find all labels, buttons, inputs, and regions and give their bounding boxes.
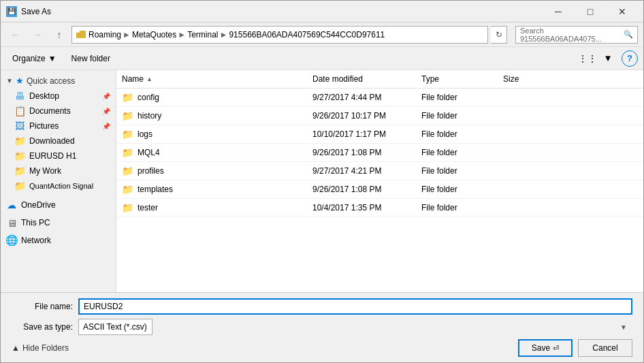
up-button[interactable]: ↑ — [50, 25, 69, 44]
onedrive-icon: ☁ — [6, 200, 17, 210]
quick-access-header[interactable]: ▼ ★ Quick access — [1, 73, 116, 89]
window-controls: ─ □ ✕ — [543, 1, 638, 22]
title-bar: 💾 Save As ─ □ ✕ — [1, 1, 643, 22]
sidebar-item-label: My Work — [29, 166, 110, 176]
file-row-size — [498, 132, 552, 136]
folder-icon: 📁 — [122, 110, 133, 121]
new-folder-button[interactable]: New folder — [65, 50, 116, 67]
network-icon: 🌐 — [6, 235, 17, 246]
sidebar-item-eurusd[interactable]: 📁 EURUSD H1 — [1, 148, 116, 163]
file-rows-container: 📁 config 9/27/2017 4:44 PM File folder 📁… — [116, 89, 643, 217]
back-button[interactable]: ← — [6, 25, 25, 44]
bottom-bar: File name: Save as type: ASCII Text (*.c… — [1, 292, 643, 362]
sidebar-item-pictures[interactable]: 🖼 Pictures 📌 — [1, 119, 116, 133]
file-list-header: Name ▲ Date modified Type Size — [116, 70, 643, 89]
file-row-name: 📁 templates — [116, 182, 307, 197]
pin-icon: 📌 — [102, 93, 110, 100]
table-row[interactable]: 📁 tester 10/4/2017 1:35 PM File folder — [116, 199, 643, 217]
sidebar-item-documents[interactable]: 📋 Documents 📌 — [1, 104, 116, 119]
filetype-label: Save as type: — [12, 322, 73, 332]
filename-label: File name: — [12, 302, 73, 311]
table-row[interactable]: 📁 history 9/26/2017 10:17 PM File folder — [116, 107, 643, 125]
organize-button[interactable]: Organize ▼ — [6, 50, 63, 67]
nav-toolbar: ← → ↑ Roaming ► MetaQuotes ► Terminal ► … — [1, 22, 643, 47]
quick-access-star-icon: ★ — [16, 76, 24, 86]
sidebar-item-onedrive[interactable]: ☁ OneDrive — [1, 198, 116, 212]
file-row-date: 10/4/2017 1:35 PM — [307, 201, 416, 215]
title-icon: 💾 — [6, 6, 17, 17]
sidebar-item-downloaded[interactable]: 📁 Downloaded — [1, 133, 116, 148]
breadcrumb[interactable]: Roaming ► MetaQuotes ► Terminal ► 915566… — [71, 26, 488, 44]
file-row-date: 9/26/2017 1:08 PM — [307, 146, 416, 159]
hide-folders-button[interactable]: ▲ Hide Folders — [12, 343, 69, 353]
close-button[interactable]: ✕ — [607, 1, 638, 22]
folder-icon: 📁 — [122, 147, 133, 158]
sidebar-item-thispc[interactable]: 🖥 This PC — [1, 215, 116, 230]
filetype-select[interactable]: ASCII Text (*.csv) — [78, 319, 152, 335]
select-arrow-icon: ▼ — [620, 323, 627, 331]
file-row-size — [498, 114, 552, 118]
table-row[interactable]: 📁 config 9/27/2017 4:44 PM File folder — [116, 89, 643, 107]
file-row-type: File folder — [416, 183, 498, 196]
view-dropdown-button[interactable]: ▼ — [598, 50, 617, 67]
view-toggle-button[interactable]: ⋮⋮ — [578, 50, 597, 67]
file-row-name: 📁 tester — [116, 200, 307, 215]
refresh-button[interactable]: ↻ — [491, 26, 507, 44]
file-row-name: 📁 profiles — [116, 163, 307, 178]
column-size[interactable]: Size — [498, 72, 552, 86]
cursor-icon: ⏎ — [553, 344, 559, 353]
filename-input[interactable] — [78, 298, 632, 315]
sidebar-item-network[interactable]: 🌐 Network — [1, 233, 116, 248]
view-controls: ⋮⋮ ▼ ? — [578, 50, 638, 67]
file-row-name: 📁 logs — [116, 127, 307, 142]
column-date[interactable]: Date modified — [307, 72, 416, 86]
downloaded-folder-icon: 📁 — [14, 136, 25, 146]
sort-arrow-icon: ▲ — [146, 76, 152, 82]
view-chevron-icon: ▼ — [603, 53, 612, 63]
eurusd-folder-icon: 📁 — [14, 151, 25, 161]
file-row-type: File folder — [416, 164, 498, 178]
file-row-type: File folder — [416, 146, 498, 159]
sidebar-item-label: Desktop — [29, 91, 102, 101]
file-row-date: 9/26/2017 1:08 PM — [307, 183, 416, 196]
column-name[interactable]: Name ▲ — [116, 72, 307, 86]
file-row-type: File folder — [416, 127, 498, 141]
sidebar-item-label: QuantAction Signal — [29, 182, 110, 190]
folder-icon: 📁 — [122, 92, 133, 103]
save-button[interactable]: Save ⏎ — [518, 339, 573, 357]
sidebar-item-label: This PC — [21, 218, 110, 227]
organize-chevron-icon: ▼ — [48, 54, 57, 63]
column-type[interactable]: Type — [416, 72, 498, 86]
sidebar-item-desktop[interactable]: 🖶 Desktop 📌 — [1, 89, 116, 104]
file-row-size — [498, 206, 552, 210]
file-row-size — [498, 95, 552, 99]
documents-icon: 📋 — [14, 106, 25, 116]
quick-access-chevron-icon: ▼ — [6, 77, 13, 84]
maximize-button[interactable]: □ — [575, 1, 606, 22]
title-text: Save As — [21, 7, 543, 16]
desktop-icon: 🖶 — [14, 91, 25, 101]
table-row[interactable]: 📁 logs 10/10/2017 1:17 PM File folder — [116, 125, 643, 144]
search-placeholder-text: Search 915566BA06ADA4075... — [520, 27, 624, 43]
folder-icon: 📁 — [122, 129, 133, 140]
breadcrumb-folder-icon — [76, 31, 86, 38]
sidebar: ▼ ★ Quick access 🖶 Desktop 📌 📋 Documents… — [1, 70, 116, 292]
help-button[interactable]: ? — [622, 50, 638, 67]
minimize-button[interactable]: ─ — [543, 1, 574, 22]
sidebar-item-mywork[interactable]: 📁 My Work — [1, 163, 116, 178]
table-row[interactable]: 📁 templates 9/26/2017 1:08 PM File folde… — [116, 180, 643, 199]
sidebar-item-quantaction[interactable]: 📁 QuantAction Signal — [1, 178, 116, 193]
search-input[interactable]: Search 915566BA06ADA4075... 🔍 — [515, 26, 638, 44]
file-row-date: 9/26/2017 10:17 PM — [307, 109, 416, 123]
file-row-name: 📁 history — [116, 108, 307, 123]
main-content: ▼ ★ Quick access 🖶 Desktop 📌 📋 Documents… — [1, 70, 643, 292]
file-row-type: File folder — [416, 91, 498, 104]
sidebar-item-label: Documents — [29, 106, 102, 116]
forward-button[interactable]: → — [28, 25, 47, 44]
cancel-button[interactable]: Cancel — [578, 339, 632, 357]
file-row-name: 📁 MQL4 — [116, 145, 307, 160]
table-row[interactable]: 📁 MQL4 9/26/2017 1:08 PM File folder — [116, 144, 643, 162]
filetype-select-wrapper: ASCII Text (*.csv) ▼ — [78, 319, 632, 335]
computer-icon: 🖥 — [6, 217, 17, 228]
table-row[interactable]: 📁 profiles 9/27/2017 4:21 PM File folder — [116, 162, 643, 180]
